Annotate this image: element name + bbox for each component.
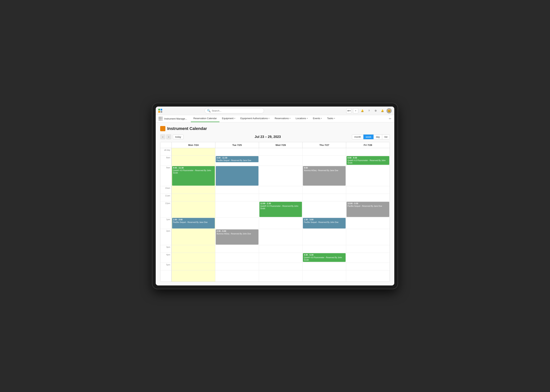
event-thu-1pm[interactable]: 1:30 - 3:00 PacBio Sequel - Reserved By … bbox=[303, 218, 346, 229]
help-button[interactable]: ? bbox=[366, 108, 372, 113]
app-logo bbox=[158, 109, 162, 113]
cell-fri-extra bbox=[346, 270, 390, 281]
page-title: Instrument Calendar bbox=[167, 126, 207, 131]
cell-wed-1pm bbox=[259, 217, 303, 229]
time-allday: all-day bbox=[160, 148, 172, 155]
page-title-row: Instrument Calendar bbox=[160, 126, 390, 131]
cell-tue-5pm bbox=[215, 263, 259, 270]
event-mon-9am[interactable]: 9:00 - 11:30 Qubit® 4.0 Fluorometer - Re… bbox=[172, 166, 215, 186]
col-header-thu: Thu 7/27 bbox=[302, 142, 346, 148]
list-view-button[interactable]: list bbox=[382, 134, 390, 139]
cell-mon-9am: 9:00 - 11:30 Qubit® 4.0 Fluorometer - Re… bbox=[172, 166, 215, 186]
cell-mon-12pm bbox=[172, 201, 215, 217]
nav-app-icon bbox=[159, 117, 162, 120]
row-3pm: 3pm bbox=[160, 245, 390, 253]
row-9am: 9am 9:00 - 11:30 Qubit® 4.0 Fluorometer … bbox=[160, 166, 390, 186]
event-mon-1pm[interactable]: 1:00 - 3:00 PacBio Sequel - Reserved By … bbox=[172, 218, 215, 229]
time-5pm: 5pm bbox=[160, 263, 172, 270]
col-header-fri: Fri 7/28 bbox=[346, 142, 390, 148]
time-11am: 11am bbox=[160, 194, 172, 201]
cell-fri-9am bbox=[346, 166, 390, 186]
time-12pm: 12pm bbox=[160, 201, 172, 217]
star-button[interactable]: ★▾ bbox=[346, 108, 352, 113]
alert-button[interactable]: 🔔 bbox=[360, 108, 365, 113]
add-button[interactable]: + bbox=[353, 108, 358, 113]
device-frame: 🔍 ★▾ + 🔔 ? ⚙ 🔔 🐱 Instrument Manage... bbox=[152, 103, 398, 289]
cell-mon-3pm bbox=[172, 245, 215, 253]
cell-wed-9am bbox=[259, 166, 303, 186]
cell-mon-8am bbox=[172, 156, 215, 166]
day-view-button[interactable]: day bbox=[374, 134, 382, 139]
cell-thu-4pm: 4:30 - 5:30 Qubit® 4.0 Fluorometer - Res… bbox=[302, 253, 346, 263]
time-extra bbox=[160, 270, 172, 281]
chevron-down-icon: ▾ bbox=[268, 117, 269, 119]
col-header-mon: Mon 7/24 bbox=[172, 142, 215, 148]
cell-thu-12pm bbox=[302, 201, 346, 217]
calendar-date-range: Jul 23 – 29, 2023 bbox=[184, 135, 352, 139]
prev-button[interactable]: ‹ bbox=[160, 134, 165, 139]
col-header-tue: Tue 7/25 bbox=[215, 142, 259, 148]
row-allday: all-day bbox=[160, 148, 390, 156]
cell-thu-extra bbox=[302, 270, 346, 281]
cell-fri-4pm bbox=[346, 253, 390, 263]
cell-fri-5pm bbox=[346, 263, 390, 270]
event-fri-8am[interactable]: 8:00 - 9:30 Qubit® 4.0 Fluorometer - Res… bbox=[347, 156, 389, 165]
nav-item-tasks[interactable]: Tasks ▾ bbox=[325, 115, 337, 122]
month-view-button[interactable]: month bbox=[352, 134, 363, 139]
time-2pm: 2pm bbox=[160, 229, 172, 245]
search-input[interactable] bbox=[212, 109, 262, 112]
event-fri-12pm[interactable]: 12:00 - 3:30 PacBio Sequel - Reserved By… bbox=[347, 202, 389, 217]
time-3pm: 3pm bbox=[160, 245, 172, 253]
time-10am: 10am bbox=[160, 186, 172, 194]
event-wed-12pm[interactable]: 12:00 - 2:30 Qubit® 4.0 Fluorometer - Re… bbox=[259, 202, 302, 217]
cell-thu-2pm bbox=[302, 229, 346, 245]
nav-item-reservations[interactable]: Reservations ▾ bbox=[272, 115, 293, 122]
nav-item-events[interactable]: Events ▾ bbox=[310, 115, 325, 122]
cell-fri-10am bbox=[346, 186, 390, 194]
notifications-button[interactable]: 🔔 bbox=[380, 108, 385, 113]
cell-fri-12pm: 12:00 - 3:30 PacBio Sequel - Reserved By… bbox=[346, 201, 390, 217]
cell-tue-12pm bbox=[215, 201, 259, 217]
calendar-controls: ‹ › today Jul 23 – 29, 2023 month week d… bbox=[160, 134, 390, 139]
avatar[interactable]: 🐱 bbox=[386, 108, 392, 113]
cell-fri-3pm bbox=[346, 245, 390, 253]
nav-bar: Instrument Manage... Reservation Calenda… bbox=[156, 115, 394, 122]
event-thu-9am[interactable]: 9:00 Illumina HiSeq - Reserved By Jane D… bbox=[303, 166, 346, 186]
search-bar[interactable]: 🔍 bbox=[205, 108, 264, 113]
cell-mon-11am bbox=[172, 194, 215, 201]
today-button[interactable]: today bbox=[173, 134, 184, 139]
nav-app-name: Instrument Manage... bbox=[164, 117, 187, 120]
nav-item-equipment[interactable]: Equipment ▾ bbox=[219, 115, 238, 122]
event-tue-9am-cont[interactable] bbox=[216, 166, 259, 186]
edit-icon[interactable]: ✏ bbox=[389, 117, 391, 120]
cell-thu-11am bbox=[302, 194, 346, 201]
nav-item-equipment-authorizations[interactable]: Equipment Authorizations ▾ bbox=[238, 115, 272, 122]
cell-thu-8am bbox=[302, 156, 346, 166]
chevron-down-icon: ▾ bbox=[321, 117, 322, 119]
event-thu-4pm[interactable]: 4:30 - 5:30 Qubit® 4.0 Fluorometer - Res… bbox=[303, 253, 346, 262]
view-btn-group: month week day list bbox=[352, 134, 390, 139]
next-button[interactable]: › bbox=[166, 134, 171, 139]
cell-fri-allday bbox=[346, 148, 390, 155]
event-tue-2pm[interactable]: 2:30 - 5:00 Illumina HiSeq - Reserved By… bbox=[216, 229, 259, 245]
cell-tue-4pm bbox=[215, 253, 259, 263]
calendar-body: all-day 8am 8:00 - 11:30 bbox=[160, 148, 390, 281]
event-tue-8am[interactable]: 8:00 - 11:30 PacBio Sequel - Reserved By… bbox=[216, 156, 259, 162]
cell-tue-extra bbox=[215, 270, 259, 281]
chevron-down-icon: ▾ bbox=[289, 117, 290, 119]
cell-wed-8am bbox=[259, 156, 303, 166]
row-10am: 10am bbox=[160, 186, 390, 194]
cell-mon-4pm bbox=[172, 253, 215, 263]
chevron-down-icon: ▾ bbox=[334, 117, 335, 119]
time-8am: 8am bbox=[160, 156, 172, 166]
screen: 🔍 ★▾ + 🔔 ? ⚙ 🔔 🐱 Instrument Manage... bbox=[156, 106, 394, 286]
top-icons: ★▾ + 🔔 ? ⚙ 🔔 🐱 bbox=[346, 108, 392, 113]
cell-thu-3pm bbox=[302, 245, 346, 253]
settings-button[interactable]: ⚙ bbox=[373, 108, 378, 113]
cell-mon-allday bbox=[172, 148, 215, 155]
nav-item-locations[interactable]: Locations ▾ bbox=[293, 115, 310, 122]
time-4pm: 4pm bbox=[160, 253, 172, 263]
week-view-button[interactable]: week bbox=[363, 134, 374, 139]
nav-item-reservation-calendar[interactable]: Reservation Calendar bbox=[191, 115, 219, 122]
cell-thu-5pm bbox=[302, 263, 346, 270]
